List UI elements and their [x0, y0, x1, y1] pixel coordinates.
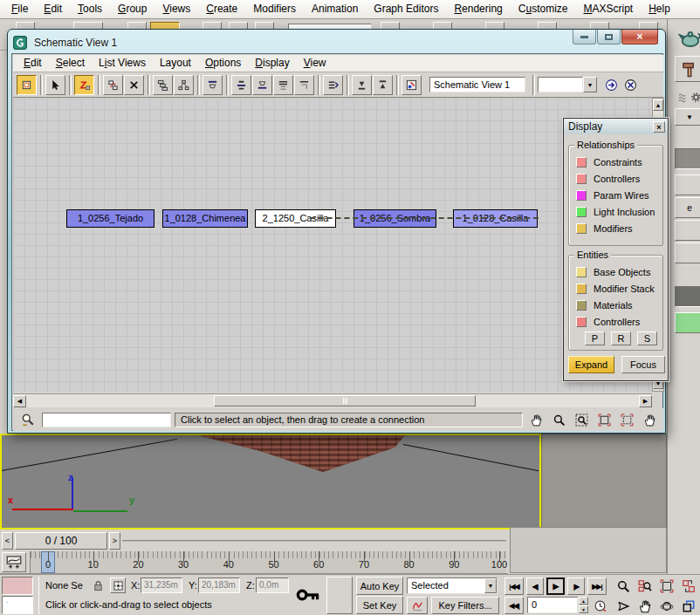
maxscript-listener-pane[interactable]: .: [2, 596, 33, 614]
time-slider-track[interactable]: [122, 540, 506, 542]
always-arrange-button[interactable]: [202, 75, 223, 95]
menu-animation[interactable]: Animation: [304, 2, 366, 17]
rel-modifiers-toggle[interactable]: [576, 223, 587, 234]
zoom-all-button[interactable]: [635, 577, 655, 595]
track-bar-ruler[interactable]: 0102030405060708090100: [30, 551, 506, 573]
bookmark-dropdown-arrow[interactable]: ▼: [583, 77, 597, 92]
arrange-children-button[interactable]: [231, 75, 251, 95]
default-in-out-tangents-button[interactable]: [407, 597, 428, 614]
sv-menu-list-views[interactable]: List Views: [92, 56, 153, 71]
goto-start-button[interactable]: |◀◀: [504, 577, 524, 595]
key-mode-toggle-button[interactable]: ◀◀|: [504, 597, 524, 614]
sv-menu-edit[interactable]: Edit: [17, 56, 49, 71]
free-all-button[interactable]: [273, 75, 293, 95]
ent-materials-toggle[interactable]: [576, 300, 587, 311]
schematic-window-titlebar[interactable]: Schematic View 1: [13, 33, 117, 52]
set-key-button[interactable]: Set Key: [356, 596, 403, 614]
sv-menu-view[interactable]: View: [297, 56, 333, 71]
close-button[interactable]: ×: [621, 30, 658, 44]
brick-wall-model[interactable]: [2, 435, 539, 479]
sv-pan-button[interactable]: [526, 411, 546, 428]
menu-help[interactable]: Help: [641, 2, 678, 17]
secondary-viewport[interactable]: [541, 434, 667, 530]
panel-swatch[interactable]: [675, 286, 700, 307]
rel-controllers-toggle[interactable]: [576, 174, 587, 184]
macro-recorder-pane[interactable]: [2, 577, 33, 595]
restore-button[interactable]: [597, 30, 621, 44]
sv-zoom-button[interactable]: [549, 411, 568, 428]
ent-base-objects-toggle[interactable]: [576, 267, 587, 277]
hierarchy-mode-button[interactable]: [153, 75, 173, 95]
scroll-thumb[interactable]: [214, 395, 476, 407]
ent-controllers-toggle[interactable]: [576, 317, 587, 327]
auto-key-button[interactable]: Auto Key: [356, 577, 403, 595]
panel-icons[interactable]: [675, 87, 700, 106]
connect-tool-button[interactable]: [74, 75, 94, 95]
panel-button[interactable]: [675, 220, 700, 241]
sv-pan-interactive-button[interactable]: [640, 411, 659, 428]
arc-rotate-button[interactable]: [656, 597, 676, 615]
current-frame-field[interactable]: 0: [527, 597, 578, 613]
free-selected-button[interactable]: [294, 75, 314, 95]
display-floater-toggle[interactable]: [17, 75, 37, 95]
prs-button-s[interactable]: S: [637, 331, 657, 345]
name-filter-input[interactable]: [42, 413, 171, 427]
collapse-selected-button[interactable]: [373, 75, 393, 95]
menu-group[interactable]: Group: [110, 2, 154, 17]
waves-icon[interactable]: [677, 92, 689, 103]
absolute-mode-toggle[interactable]: [110, 577, 126, 593]
rel-param-wires-toggle[interactable]: [576, 190, 587, 201]
selection-filter-dropdown-arrow[interactable]: ▼: [484, 578, 497, 593]
menu-rendering[interactable]: Rendering: [446, 2, 510, 17]
time-slider-next-button[interactable]: >: [109, 532, 120, 550]
menu-graph-editors[interactable]: Graph Editors: [366, 2, 446, 17]
zoom-extents-all-button[interactable]: [678, 577, 698, 595]
rel-constraints-toggle[interactable]: [576, 157, 587, 167]
menu-tools[interactable]: Tools: [70, 2, 110, 17]
preferences-button[interactable]: [401, 75, 422, 95]
menu-modifiers[interactable]: Modifiers: [245, 2, 304, 17]
key-filters-button[interactable]: Key Filters...: [431, 597, 499, 614]
unlink-selected-button[interactable]: [103, 75, 123, 95]
mini-curve-editor-button[interactable]: [2, 552, 26, 572]
sv-zoom-region-button[interactable]: [572, 411, 591, 428]
panel-green-button[interactable]: [675, 312, 700, 333]
expand-selected-button[interactable]: [352, 75, 372, 95]
minimize-button[interactable]: [573, 30, 596, 44]
delete-objects-button[interactable]: [124, 75, 144, 95]
y-coord-field[interactable]: 20,183m: [198, 577, 240, 593]
sv-zoom-extents-selected-button[interactable]: [617, 411, 636, 428]
schematic-node-1-0128-chimenea[interactable]: 1_0128_Chimenea: [162, 209, 248, 228]
move-children-button[interactable]: [323, 75, 343, 95]
pan-to-bookmark-icon[interactable]: [602, 76, 620, 93]
utilities-tab-hammer-icon[interactable]: [675, 56, 700, 82]
scroll-right-arrow[interactable]: ▶: [639, 395, 652, 407]
next-frame-button[interactable]: |▶: [567, 577, 585, 595]
rollout-dropdown-button[interactable]: ▼: [675, 108, 700, 126]
arrange-selected-button[interactable]: [252, 75, 272, 95]
ent-modifier-stack-toggle[interactable]: [576, 284, 587, 294]
prs-button-p[interactable]: P: [585, 331, 605, 345]
x-coord-field[interactable]: 31,235m: [141, 577, 182, 593]
time-slider-prev-button[interactable]: <: [2, 532, 13, 550]
active-viewport[interactable]: z x y: [0, 434, 541, 530]
pan-button[interactable]: [635, 597, 655, 615]
time-configuration-button[interactable]: [592, 597, 607, 614]
goto-end-button[interactable]: ▶▶|: [587, 577, 607, 595]
frame-spinner-down[interactable]: ▼: [579, 605, 588, 613]
menu-file[interactable]: File: [3, 2, 36, 17]
gear-icon[interactable]: [690, 92, 700, 103]
play-button[interactable]: ▶: [546, 577, 565, 595]
expand-button[interactable]: Expand: [568, 356, 614, 373]
prs-button-r[interactable]: R: [611, 331, 631, 345]
scroll-left-arrow[interactable]: ◀: [13, 395, 26, 407]
menu-maxscript[interactable]: MAXScript: [576, 2, 642, 17]
z-coord-field[interactable]: 0,0m: [256, 577, 289, 593]
menu-customize[interactable]: Customize: [511, 2, 576, 17]
focus-button[interactable]: Focus: [621, 356, 665, 373]
sv-menu-select[interactable]: Select: [49, 56, 92, 71]
menu-edit[interactable]: Edit: [36, 2, 70, 17]
menu-create[interactable]: Create: [198, 2, 245, 17]
set-keys-key-icon[interactable]: [293, 580, 323, 610]
view-name-field[interactable]: Schematic View 1: [429, 77, 525, 92]
